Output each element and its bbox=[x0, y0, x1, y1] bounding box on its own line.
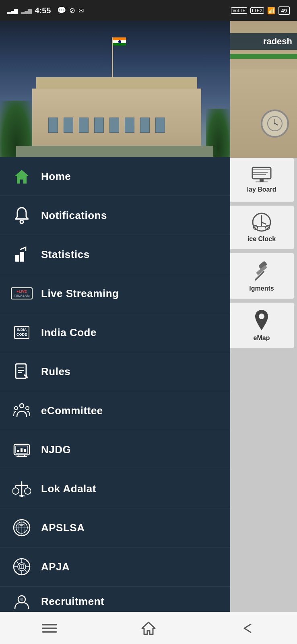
bottom-menu-button[interactable] bbox=[0, 612, 99, 644]
status-time: 4:55 bbox=[35, 6, 51, 15]
svg-line-61 bbox=[16, 561, 19, 564]
rules-icon bbox=[11, 361, 32, 382]
email-icon: ✉ bbox=[78, 7, 84, 14]
notifications-label: Notifications bbox=[41, 209, 107, 222]
right-cards-area: lay Board ice Clock lgments eM bbox=[229, 158, 297, 352]
flag bbox=[113, 37, 126, 45]
statistics-label: Statistics bbox=[41, 248, 90, 261]
state-name-partial: radesh bbox=[229, 33, 297, 50]
apja-icon bbox=[11, 556, 32, 577]
justice-clock-card[interactable]: ice Clock bbox=[229, 205, 295, 250]
display-board-card[interactable]: lay Board bbox=[229, 158, 295, 202]
status-left: ▂▄▆ ▂▄▆ 4:55 💬 ⊘ ✉ bbox=[7, 6, 84, 15]
signal-bars-1: ▂▄▆ bbox=[7, 8, 18, 14]
status-right: VoLTE LTE2 📶 49 bbox=[231, 6, 290, 15]
whatsapp-icon: 💬 bbox=[57, 6, 66, 15]
svg-rect-40 bbox=[21, 448, 23, 452]
building-windows bbox=[48, 118, 165, 133]
lte2-icon: LTE2 bbox=[250, 7, 264, 14]
status-bar: ▂▄▆ ▂▄▆ 4:55 💬 ⊘ ✉ VoLTE LTE2 📶 49 bbox=[0, 0, 297, 21]
svg-point-23 bbox=[20, 220, 23, 223]
svg-point-20 bbox=[259, 314, 264, 319]
bell-icon bbox=[11, 205, 32, 226]
svg-point-68 bbox=[20, 598, 23, 601]
bottom-back-button[interactable] bbox=[198, 612, 297, 644]
svg-rect-41 bbox=[24, 449, 26, 452]
njdg-icon bbox=[11, 439, 32, 460]
battery-indicator: 49 bbox=[278, 6, 290, 15]
emap-label: eMap bbox=[254, 334, 270, 342]
svg-marker-21 bbox=[14, 170, 29, 184]
rules-label: Rules bbox=[41, 365, 70, 378]
svg-marker-72 bbox=[142, 622, 155, 634]
justice-clock-icon bbox=[252, 212, 272, 232]
menu-item-home[interactable]: Home bbox=[0, 157, 230, 196]
right-building bbox=[229, 69, 297, 158]
menu-item-apslsa[interactable]: APSLSA bbox=[0, 508, 230, 547]
menu-item-live-streaming[interactable]: ●LIVE TULASAM Live Streaming bbox=[0, 274, 230, 313]
apslsa-label: APSLSA bbox=[41, 522, 85, 534]
svg-point-44 bbox=[12, 488, 19, 494]
svg-rect-25 bbox=[20, 252, 24, 262]
clock-decoration bbox=[261, 109, 289, 138]
menu-item-statistics[interactable]: Statistics bbox=[0, 235, 230, 274]
recruitment-icon bbox=[11, 591, 32, 612]
svg-line-63 bbox=[25, 561, 28, 564]
svg-line-26 bbox=[20, 247, 26, 250]
emap-card[interactable]: eMap bbox=[229, 302, 295, 349]
svg-rect-8 bbox=[260, 179, 264, 182]
svg-point-45 bbox=[25, 488, 31, 494]
svg-line-12 bbox=[262, 222, 266, 224]
menu-item-lok-adalat[interactable]: Lok Adalat bbox=[0, 469, 230, 508]
judgments-icon bbox=[252, 260, 272, 282]
menu-item-apja[interactable]: APJA bbox=[0, 547, 230, 586]
clock-svg bbox=[267, 116, 283, 132]
display-board-label: lay Board bbox=[247, 186, 276, 193]
back-icon bbox=[240, 621, 255, 636]
live-streaming-label: Live Streaming bbox=[41, 287, 119, 300]
svg-point-31 bbox=[20, 404, 24, 408]
bottom-home-button[interactable] bbox=[99, 612, 198, 644]
right-background: radesh bbox=[229, 21, 297, 158]
chart-icon bbox=[11, 244, 32, 265]
india-code-label: India Code bbox=[41, 326, 97, 339]
india-code-icon: INDIA CODE bbox=[11, 322, 32, 343]
do-not-disturb-icon: ⊘ bbox=[69, 6, 75, 15]
signal-bars-2: ▂▄▆ bbox=[21, 8, 31, 14]
judgments-card[interactable]: lgments bbox=[229, 253, 295, 299]
bottom-navigation bbox=[0, 612, 297, 644]
judgments-label: lgments bbox=[249, 285, 274, 292]
home-nav-icon bbox=[141, 621, 156, 636]
menu-item-india-code[interactable]: INDIA CODE India Code bbox=[0, 313, 230, 352]
lok-adalat-icon bbox=[11, 478, 32, 499]
emap-icon bbox=[254, 309, 270, 331]
ecommittee-icon bbox=[11, 400, 32, 421]
home-label: Home bbox=[41, 170, 71, 183]
home-icon bbox=[11, 166, 32, 187]
menu-item-njdg[interactable]: NJDG bbox=[0, 430, 230, 469]
navigation-drawer: Home Notifications bbox=[0, 21, 230, 644]
svg-point-3 bbox=[274, 123, 276, 124]
recruitment-label: Recruitment bbox=[41, 595, 104, 608]
svg-point-33 bbox=[26, 407, 29, 410]
svg-rect-49 bbox=[21, 495, 23, 497]
svg-rect-39 bbox=[17, 450, 19, 452]
green-stripe bbox=[229, 54, 297, 59]
lok-adalat-label: Lok Adalat bbox=[41, 483, 96, 495]
building-roof bbox=[36, 77, 197, 89]
hamburger-icon bbox=[42, 622, 57, 634]
menu-item-ecommittee[interactable]: eCommittee bbox=[0, 391, 230, 430]
ecommittee-label: eCommittee bbox=[41, 405, 103, 417]
justice-clock-label: ice Clock bbox=[248, 235, 276, 243]
menu-item-notifications[interactable]: Notifications bbox=[0, 196, 230, 235]
volte-icon: VoLTE bbox=[231, 7, 247, 14]
svg-rect-24 bbox=[15, 255, 19, 262]
live-icon: ●LIVE TULASAM bbox=[11, 283, 32, 304]
menu-item-rules[interactable]: Rules bbox=[0, 352, 230, 391]
apslsa-icon bbox=[11, 517, 32, 538]
svg-rect-4 bbox=[252, 167, 271, 179]
display-board-icon bbox=[252, 167, 272, 183]
svg-line-64 bbox=[16, 570, 19, 573]
wifi-icon: 📶 bbox=[267, 7, 275, 14]
fence bbox=[16, 146, 213, 157]
